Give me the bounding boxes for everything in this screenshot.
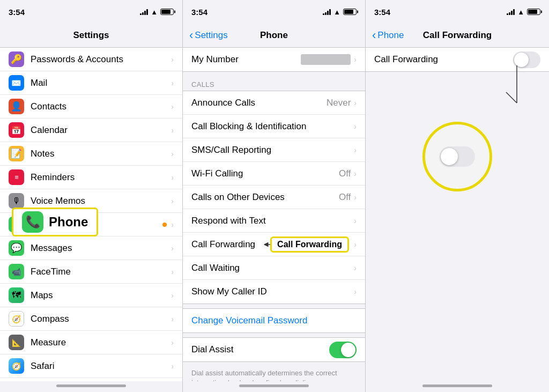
passwords-label: Passwords & Accounts [31,54,171,65]
list-item-calendar[interactable]: 📅 Calendar › [0,119,182,142]
facetime-icon: 📹 [9,264,24,279]
phone-settings-list[interactable]: My Number ••• ••• •••• › CALLS Announce … [183,47,365,381]
notes-icon: 📝 [9,146,24,161]
status-bar-1: 3:54 ▲ [0,0,182,24]
chevron-call-blocking: › [354,122,357,131]
back-button-2[interactable]: ‹ Settings [189,29,228,41]
toggle-callout-area [366,76,549,237]
list-item-call-waiting[interactable]: Call Waiting › [183,256,365,280]
chevron-call-waiting: › [354,264,357,272]
list-item-safari[interactable]: 🧭 Safari › [0,354,182,378]
nav-header-1: Settings [0,24,182,47]
list-item-calls-other-devices[interactable]: Calls on Other Devices Off › [183,186,365,209]
page-title-3: Call Forwarding [423,30,492,41]
dial-assist-toggle[interactable] [329,342,357,358]
chevron-mail: › [171,79,174,87]
list-item-mail[interactable]: ✉️ Mail › [0,71,182,95]
list-item-sms-reporting[interactable]: SMS/Call Reporting › [183,138,365,162]
phone-callout-icon: 📞 [22,211,43,233]
calls-other-devices-label: Calls on Other Devices [191,192,339,203]
my-number-group: My Number ••• ••• •••• › [183,47,365,72]
chevron-passwords: › [171,55,174,64]
list-item-call-blocking[interactable]: Call Blocking & Identification › [183,115,365,138]
back-button-3[interactable]: ‹ Phone [372,29,404,41]
toggle-circle-callout [422,122,492,191]
maps-label: Maps [31,290,171,301]
list-item-reminders[interactable]: ≡ Reminders › [0,166,182,189]
list-item-passwords[interactable]: 🔑 Passwords & Accounts › [0,48,182,71]
mail-label: Mail [31,78,171,88]
facetime-label: FaceTime [31,267,171,277]
list-item-facetime[interactable]: 📹 FaceTime › [0,260,182,284]
signal-icon-3 [507,9,515,15]
status-icons-2: ▲ [323,8,357,16]
call-waiting-label: Call Waiting [191,263,354,273]
status-bar-2: 3:54 ▲ [183,0,365,24]
list-item-messages[interactable]: 💬 Messages › [0,236,182,260]
page-title-1: Settings [73,30,109,41]
list-item-measure[interactable]: 📐 Measure › [0,331,182,354]
nav-header-3: ‹ Phone Call Forwarding [366,24,549,47]
phone-callout: 📞 Phone [12,208,98,236]
call-forwarding-callout: Call Forwarding [270,236,349,253]
status-bar-3: 3:54 ▲ [366,0,549,24]
settings-panel: 3:54 ▲ Settings 🔑 Passwords & Accounts › [0,0,183,392]
settings-group-1: 🔑 Passwords & Accounts › ✉️ Mail › 👤 Con… [0,47,182,381]
chevron-wifi-calling: › [354,169,357,178]
large-toggle-thumb [441,148,458,165]
list-item-phone[interactable]: 📞 📞 Phone Phone › [0,213,182,236]
list-item-announce-calls[interactable]: Announce Calls Never › [183,91,365,115]
call-forwarding-toggle-thumb [514,53,529,67]
chevron-contacts: › [171,102,174,111]
chevron-respond-text: › [354,217,357,225]
home-indicator-2 [239,384,309,387]
list-item-news[interactable]: 📰 News › [0,378,182,381]
measure-label: Measure [31,337,171,348]
list-item-maps[interactable]: 🗺 Maps › [0,284,182,307]
maps-icon: 🗺 [9,287,24,303]
messages-label: Messages [31,243,171,254]
measure-icon: 📐 [9,335,24,350]
status-time-1: 3:54 [9,8,25,17]
safari-label: Safari [31,361,171,372]
large-toggle[interactable] [440,146,475,167]
my-number-value: ••• ••• •••• [301,54,351,65]
chevron-messages: › [171,244,174,253]
chevron-measure: › [171,338,174,347]
list-item-notes[interactable]: 📝 Notes › [0,142,182,166]
calendar-label: Calendar [31,125,171,136]
list-item-my-number[interactable]: My Number ••• ••• •••• › [183,48,365,71]
wifi-icon-1: ▲ [151,8,158,16]
contacts-label: Contacts [31,101,171,112]
voice-memos-icon: 🎙 [9,193,24,209]
list-item-wifi-calling[interactable]: Wi-Fi Calling Off › [183,162,365,186]
dial-assist-group: Dial Assist [183,337,365,362]
list-item-contacts[interactable]: 👤 Contacts › [0,95,182,119]
dial-assist-toggle-thumb [341,343,355,357]
chevron-calendar: › [171,126,174,135]
settings-list[interactable]: 🔑 Passwords & Accounts › ✉️ Mail › 👤 Con… [0,47,182,381]
home-indicator-1 [56,384,126,387]
chevron-voice-memos: › [171,197,174,205]
list-item-show-caller-id[interactable]: Show My Caller ID › [183,280,365,304]
compass-icon: 🧭 [9,311,24,327]
compass-label: Compass [31,314,171,324]
list-item-call-forwarding[interactable]: Call Forwarding Call Forwarding › [183,233,365,256]
page-title-2: Phone [260,30,288,41]
back-chevron-3: ‹ [372,29,376,41]
bottom-bar-1 [0,381,182,392]
calls-group: Announce Calls Never › Call Blocking & I… [183,91,365,304]
battery-icon-3 [527,9,540,15]
contacts-icon: 👤 [9,99,24,114]
notes-label: Notes [31,149,171,159]
battery-icon-2 [343,9,357,15]
svg-line-3 [506,92,517,103]
chevron-show-caller-id: › [354,287,357,296]
phone-panel: 3:54 ▲ ‹ Settings Phone My Number [183,0,366,392]
list-item-voicemail[interactable]: Change Voicemail Password [183,309,365,332]
bottom-bar-3 [366,381,549,392]
list-item-respond-text[interactable]: Respond with Text › [183,209,365,233]
list-item-dial-assist[interactable]: Dial Assist [183,338,365,361]
chevron-facetime: › [171,268,174,276]
list-item-compass[interactable]: 🧭 Compass › [0,307,182,331]
